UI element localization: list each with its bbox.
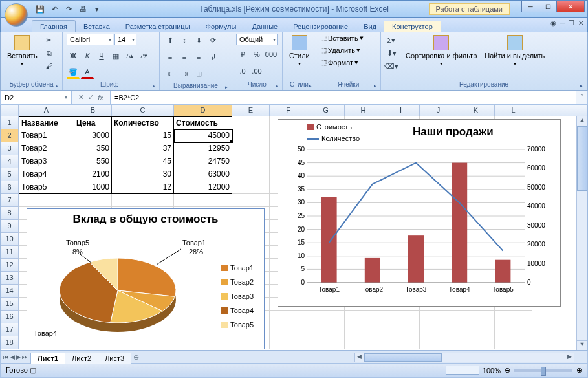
cell-B3[interactable]: 350 [74, 142, 112, 155]
fx-icon[interactable]: fx [98, 94, 103, 102]
col-header-J[interactable]: J [420, 105, 457, 116]
cell-F16[interactable] [270, 311, 307, 323]
zoom-slider[interactable] [514, 369, 572, 372]
align-right-icon[interactable]: ≡ [192, 50, 205, 63]
inc-dec-icon[interactable]: .0 [236, 65, 249, 78]
sort-filter-button[interactable]: Сортировка и фильтр▾ [403, 34, 479, 68]
minimize-button[interactable]: ─ [521, 1, 539, 12]
currency-icon[interactable]: ₽ [236, 48, 249, 61]
cell-E6[interactable] [232, 181, 270, 194]
cell-E4[interactable] [232, 155, 270, 168]
name-box[interactable]: D2▾ [1, 91, 72, 104]
row-header-1[interactable]: 1 [1, 116, 19, 129]
cell-E3[interactable] [232, 142, 270, 155]
copy-icon[interactable]: ⧉ [43, 47, 56, 60]
styles-button[interactable]: Стили▾ [287, 34, 312, 68]
number-format-combo[interactable]: Общий [236, 34, 278, 45]
tab-data[interactable]: Данные [244, 21, 285, 32]
cancel-formula-icon[interactable]: ✕ [78, 93, 84, 102]
border-icon[interactable]: ▦ [109, 49, 122, 62]
sheet-tab-Лист3[interactable]: Лист3 [98, 353, 131, 364]
office-button[interactable] [5, 3, 28, 27]
cell-G17[interactable] [307, 323, 345, 336]
fill-icon[interactable]: ⬇▾ [385, 47, 398, 60]
sheet-tab-Лист1[interactable]: Лист1 [30, 353, 65, 364]
cell-E5[interactable] [232, 168, 270, 181]
cell-A7[interactable] [19, 194, 74, 207]
cell-E1[interactable] [232, 116, 270, 129]
formula-input[interactable]: =B2*C2 [111, 91, 576, 104]
cell-J17[interactable] [420, 323, 457, 336]
tab-view[interactable]: Вид [356, 21, 384, 32]
cell-L18[interactable] [495, 336, 532, 349]
font-size-combo[interactable]: 14 [114, 34, 136, 45]
cell-E2[interactable] [232, 129, 270, 142]
col-header-D[interactable]: D [174, 105, 232, 116]
clear-icon[interactable]: ⌫▾ [385, 60, 398, 72]
col-header-A[interactable]: A [19, 105, 74, 116]
cell-B5[interactable]: 2100 [74, 168, 112, 181]
cell-D7[interactable] [174, 194, 232, 207]
chart-combo[interactable]: СтоимостьКоличествоНаши продажи051015202… [278, 119, 561, 307]
tab-home[interactable]: Главная [32, 20, 76, 32]
cut-icon[interactable]: ✂ [43, 34, 56, 47]
col-header-K[interactable]: K [457, 105, 495, 116]
cell-D3[interactable]: 12950 [174, 142, 232, 155]
cell-A1[interactable]: Название [19, 116, 74, 129]
font-grow-icon[interactable]: A▴ [124, 49, 136, 62]
cell-H16[interactable] [345, 311, 382, 323]
cell-C6[interactable]: 12 [112, 181, 174, 194]
cell-A4[interactable]: Товар3 [19, 155, 74, 168]
cell-D1[interactable]: Стоимость [174, 116, 232, 129]
autosum-icon[interactable]: Σ▾ [385, 34, 398, 47]
row-header-7[interactable]: 7 [1, 194, 19, 207]
tab-page-layout[interactable]: Разметка страницы [118, 21, 198, 32]
cell-C3[interactable]: 37 [112, 142, 174, 155]
row-header-12[interactable]: 12 [1, 259, 19, 272]
chart-pie[interactable]: Вклад в общую стоимость Товар128%Товар58… [27, 208, 265, 349]
cell-B4[interactable]: 550 [74, 155, 112, 168]
fill-color-icon[interactable]: 🪣 [67, 66, 80, 79]
cell-I18[interactable] [382, 336, 420, 349]
cell-L16[interactable] [495, 311, 532, 323]
row-header-11[interactable]: 11 [1, 246, 19, 259]
col-header-G[interactable]: G [307, 105, 345, 116]
row-header-8[interactable]: 8 [1, 207, 19, 220]
italic-icon[interactable]: К [81, 49, 94, 62]
row-header-17[interactable]: 17 [1, 323, 19, 336]
enter-formula-icon[interactable]: ✓ [88, 93, 94, 102]
zoom-out-icon[interactable]: ⊖ [505, 366, 510, 375]
orientation-icon[interactable]: ⟳ [206, 34, 219, 47]
row-header-5[interactable]: 5 [1, 168, 19, 181]
cell-D4[interactable]: 24750 [174, 155, 232, 168]
doc-close-icon[interactable]: ✕ [578, 19, 583, 27]
row-header-4[interactable]: 4 [1, 155, 19, 168]
cell-C1[interactable]: Количество [112, 116, 174, 129]
percent-icon[interactable]: % [250, 48, 263, 61]
format-painter-icon[interactable]: 🖌 [43, 60, 56, 72]
cell-L17[interactable] [495, 323, 532, 336]
align-bot-icon[interactable]: ⬇ [192, 34, 205, 47]
col-header-B[interactable]: B [74, 105, 112, 116]
sheet-tab-Лист2[interactable]: Лист2 [65, 353, 98, 364]
horizontal-scrollbar[interactable]: ◀▶ [354, 353, 574, 362]
align-top-icon[interactable]: ⬆ [164, 34, 177, 47]
formula-expand-icon[interactable]: ⌄ [576, 91, 587, 104]
cell-C7[interactable] [112, 194, 174, 207]
cells-format-button[interactable]: ⬚ Формат ▾ [320, 58, 358, 67]
find-select-button[interactable]: Найти и выделить▾ [482, 34, 547, 68]
cell-I17[interactable] [382, 323, 420, 336]
sheet-prev-icon[interactable]: ◀ [10, 354, 15, 360]
cell-E7[interactable] [232, 194, 270, 207]
tab-review[interactable]: Рецензирование [285, 21, 356, 32]
wrap-icon[interactable]: ↲ [206, 50, 219, 63]
cell-C4[interactable]: 45 [112, 155, 174, 168]
row-header-10[interactable]: 10 [1, 233, 19, 246]
cell-B2[interactable]: 3000 [74, 129, 112, 142]
zoom-level[interactable]: 100% [483, 367, 501, 375]
maximize-button[interactable]: ☐ [539, 1, 557, 12]
bold-icon[interactable]: Ж [67, 49, 80, 62]
cell-B7[interactable] [74, 194, 112, 207]
cell-D6[interactable]: 12000 [174, 181, 232, 194]
cell-G18[interactable] [307, 336, 345, 349]
